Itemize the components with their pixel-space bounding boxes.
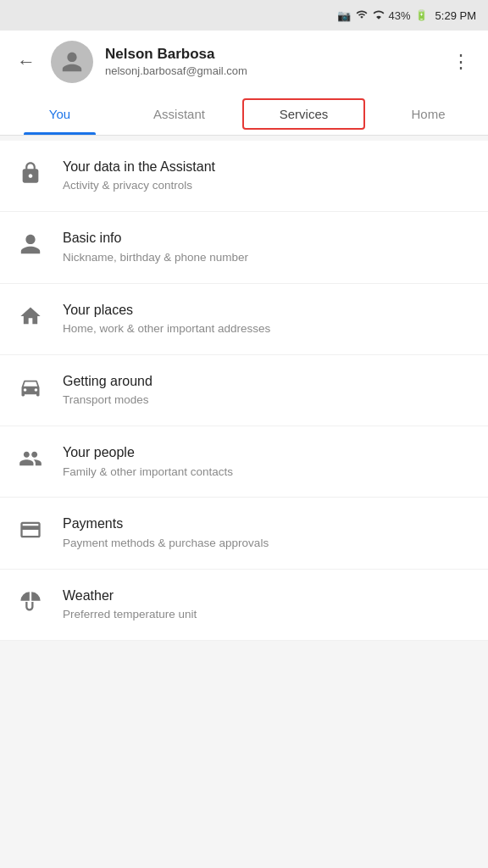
menu-title-getting-around: Getting around <box>63 372 471 391</box>
menu-list: Your data in the Assistant Activity & pr… <box>0 141 488 641</box>
wifi-icon <box>355 8 369 23</box>
menu-subtitle-weather: Preferred temperature unit <box>63 607 471 623</box>
menu-item-getting-around[interactable]: Getting around Transport modes <box>0 355 488 426</box>
status-icons: 📷 43% 🔋 5:29 PM <box>337 8 476 23</box>
people-icon <box>17 445 44 472</box>
menu-item-your-places[interactable]: Your places Home, work & other important… <box>0 284 488 355</box>
tab-services[interactable]: Services <box>242 98 365 130</box>
avatar <box>51 41 93 83</box>
menu-title-payments: Payments <box>63 515 471 533</box>
menu-title-weather: Weather <box>63 587 471 605</box>
battery-icon: 🔋 <box>415 9 428 21</box>
menu-text-payments: Payments Payment methods & purchase appr… <box>63 515 471 551</box>
header: ← Nelson Barbosa nelsonj.barbosaf@gmail.… <box>0 31 488 93</box>
menu-subtitle-your-places: Home, work & other important addresses <box>63 321 471 337</box>
menu-text-your-places: Your places Home, work & other important… <box>63 301 471 337</box>
menu-title-your-people: Your people <box>63 443 471 462</box>
user-name: Nelson Barbosa <box>105 45 436 64</box>
user-info: Nelson Barbosa nelsonj.barbosaf@gmail.co… <box>105 45 436 79</box>
tab-assistant-label: Assistant <box>153 107 205 121</box>
lock-icon <box>17 159 44 186</box>
menu-text-weather: Weather Preferred temperature unit <box>63 587 471 623</box>
home-icon <box>17 303 44 330</box>
menu-subtitle-getting-around: Transport modes <box>63 392 471 409</box>
tab-home-label: Home <box>411 107 445 121</box>
user-email: nelsonj.barbosaf@gmail.com <box>105 64 436 79</box>
avatar-icon <box>60 50 84 74</box>
umbrella-icon <box>17 588 44 615</box>
menu-subtitle-data-assistant: Activity & privacy controls <box>63 178 471 194</box>
menu-title-data-assistant: Your data in the Assistant <box>63 158 471 176</box>
menu-item-weather[interactable]: Weather Preferred temperature unit <box>0 570 488 641</box>
status-time: 5:29 PM <box>435 9 476 22</box>
menu-title-your-places: Your places <box>63 301 471 320</box>
menu-item-data-assistant[interactable]: Your data in the Assistant Activity & pr… <box>0 141 488 212</box>
more-options-button[interactable]: ⋮ <box>448 47 474 76</box>
tab-assistant[interactable]: Assistant <box>119 93 239 135</box>
signal-icon <box>373 8 385 23</box>
status-bar: 📷 43% 🔋 5:29 PM <box>0 0 488 31</box>
card-icon <box>17 516 44 543</box>
menu-text-data-assistant: Your data in the Assistant Activity & pr… <box>63 158 471 194</box>
back-button[interactable]: ← <box>14 47 39 76</box>
tab-you-label: You <box>49 107 70 121</box>
menu-title-basic-info: Basic info <box>63 229 471 248</box>
menu-subtitle-payments: Payment methods & purchase approvals <box>63 536 471 552</box>
tabs-bar: You Assistant Services Home <box>0 93 488 136</box>
menu-text-basic-info: Basic info Nickname, birthday & phone nu… <box>63 229 471 265</box>
car-icon <box>17 374 44 401</box>
menu-item-basic-info[interactable]: Basic info Nickname, birthday & phone nu… <box>0 212 488 283</box>
menu-text-getting-around: Getting around Transport modes <box>63 372 471 409</box>
tab-you[interactable]: You <box>0 93 119 135</box>
person-icon <box>17 231 44 258</box>
media-icon: 📷 <box>337 9 351 22</box>
tab-home[interactable]: Home <box>369 93 488 135</box>
menu-item-your-people[interactable]: Your people Family & other important con… <box>0 426 488 498</box>
battery-percent: 43% <box>389 9 411 22</box>
tab-services-label: Services <box>280 107 329 121</box>
menu-subtitle-your-people: Family & other important contacts <box>63 465 471 481</box>
menu-subtitle-basic-info: Nickname, birthday & phone number <box>63 250 471 266</box>
menu-item-payments[interactable]: Payments Payment methods & purchase appr… <box>0 498 488 569</box>
menu-text-your-people: Your people Family & other important con… <box>63 443 471 480</box>
